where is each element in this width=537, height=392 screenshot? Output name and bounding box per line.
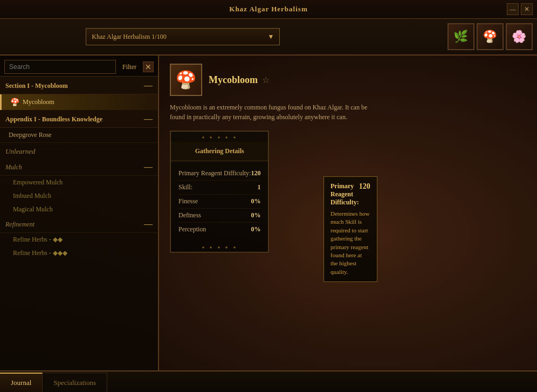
detail-label-3: Deftness [178,211,201,219]
detail-row-2: Finesse 0% [178,195,260,209]
mulch-collapse: — [144,162,153,172]
detail-row-0: Primary Reagent Difficulty: 120 [178,167,260,181]
imbued-mulch-label: Imbued Mulch [13,192,51,200]
gathering-details-box: ⬥ ⬥ ⬥ ⬥ ⬥ Gathering Details Primary Reag… [170,130,269,253]
detail-value-0: 120 [251,169,260,177]
unlearned-section: Unlearned [0,142,158,159]
sidebar-item-mycobloom[interactable]: 🍄 Mycobloom [0,94,158,110]
search-input[interactable] [4,60,116,74]
skill-bar: Khaz Algar Herbalism 1/100 ▼ 🌿 🍄 🌸 [0,19,537,56]
window-title: Khaz Algar Herbalism [229,5,307,13]
skill-dropdown[interactable]: Khaz Algar Herbalism 1/100 ▼ [86,28,280,45]
close-button[interactable]: ✕ [521,3,533,15]
sidebar-item-refine-herbs-2[interactable]: Refine Herbs - ◆◆◆ [0,246,158,260]
skill-icon-1[interactable]: 🌿 [448,23,474,50]
detail-value-1: 1 [257,183,260,191]
detail-value-3: 0% [251,211,260,219]
item-description: Mycobloom is an extremely common fungus … [170,102,375,122]
empowered-mulch-label: Empowered Mulch [13,178,63,186]
details-box-wrapper: ⬥ ⬥ ⬥ ⬥ ⬥ Gathering Details Primary Reag… [170,130,269,253]
sidebar: Filter ✕ Section I - Mycobloom — 🍄 Mycob… [0,56,159,370]
item-name-row: Mycobloom ☆ [209,74,270,86]
sidebar-item-empowered-mulch[interactable]: Empowered Mulch [0,176,158,189]
section-appendix-header[interactable]: Appendix I - Boundless Knowledge — [0,110,158,128]
item-name: Mycobloom [209,74,258,86]
section-mycobloom-label: Section I - Mycobloom [5,82,68,90]
minimize-button[interactable]: — [507,3,519,15]
mulch-label: Mulch [5,163,22,171]
sidebar-scroll[interactable]: Section I - Mycobloom — 🍄 Mycobloom Appe… [0,77,158,370]
refine-herbs-1-label: Refine Herbs - ◆◆ [13,236,63,243]
bottom-bar: Journal Specializations [0,370,537,392]
tooltip-description: Determines how much Skill is required to… [331,210,370,276]
item-header: 🍄 Mycobloom ☆ [170,64,526,96]
mulch-section-header[interactable]: Mulch — [0,159,158,176]
gathering-details-header: Gathering Details [171,142,268,161]
unlearned-label: Unlearned [5,147,36,155]
mycobloom-icon: 🍄 [10,98,19,107]
favorite-star-icon[interactable]: ☆ [262,75,270,85]
refinement-collapse: — [144,219,153,229]
deepgrove-label: Deepgrove Rose [9,131,52,139]
section-mycobloom-header[interactable]: Section I - Mycobloom — [0,77,158,94]
detail-row-1: Skill: 1 [178,181,260,195]
tab-journal-label: Journal [11,379,31,387]
section-appendix-label: Appendix I - Boundless Knowledge [5,115,102,123]
tooltip: Primary Reagent Difficulty: 120 Determin… [323,176,377,282]
detail-row-4: Perception 0% [178,223,260,236]
refinement-section-header[interactable]: Refinement — [0,216,158,233]
skill-icon-3[interactable]: 🌸 [506,23,533,50]
skill-icons: 🌿 🍄 🌸 [448,23,533,50]
detail-row-3: Deftness 0% [178,209,260,223]
tab-journal[interactable]: Journal [0,373,43,392]
deco-bot: ⬥ ⬥ ⬥ ⬥ ⬥ [171,242,268,252]
close-sidebar-button[interactable]: ✕ [143,61,154,72]
detail-value-4: 0% [251,225,260,233]
magical-mulch-label: Magical Mulch [13,205,53,213]
chevron-down-icon: ▼ [267,33,274,41]
tab-specializations-label: Specializations [53,379,96,387]
filter-button[interactable]: Filter [119,63,140,71]
tooltip-value: 120 [359,182,370,207]
tooltip-title-text: Primary Reagent Difficulty: [331,182,359,207]
detail-label-0: Primary Reagent Difficulty: [178,169,251,177]
section-mycobloom-collapse: — [144,81,153,91]
search-bar: Filter ✕ [0,56,158,77]
detail-label-4: Perception [178,225,206,233]
detail-label-2: Finesse [178,197,198,205]
main-layout: Filter ✕ Section I - Mycobloom — 🍄 Mycob… [0,56,537,370]
refinement-label: Refinement [5,221,35,229]
detail-label-1: Skill: [178,183,192,191]
skill-icon-2[interactable]: 🍄 [477,23,504,50]
deco-top: ⬥ ⬥ ⬥ ⬥ ⬥ [171,132,268,142]
sidebar-item-refine-herbs-1[interactable]: Refine Herbs - ◆◆ [0,233,158,246]
item-image: 🍄 [170,64,202,96]
detail-value-2: 0% [251,197,260,205]
window-controls: — ✕ [507,3,533,15]
tooltip-title-row: Primary Reagent Difficulty: 120 [331,182,370,207]
title-bar: Khaz Algar Herbalism — ✕ [0,0,537,19]
gathering-details-content: Primary Reagent Difficulty: 120 Skill: 1… [171,161,268,242]
content-area: 🍄 Mycobloom ☆ Mycobloom is an extremely … [159,56,537,370]
sidebar-item-imbued-mulch[interactable]: Imbued Mulch [0,189,158,203]
section-appendix-collapse: — [144,114,153,124]
skill-dropdown-label: Khaz Algar Herbalism 1/100 [92,33,166,41]
refine-herbs-2-label: Refine Herbs - ◆◆◆ [13,249,67,257]
sidebar-item-deepgrove[interactable]: Deepgrove Rose [0,128,158,142]
item-name-section: Mycobloom ☆ [209,74,270,86]
sidebar-item-magical-mulch[interactable]: Magical Mulch [0,203,158,216]
mycobloom-label: Mycobloom [23,98,54,106]
tab-specializations[interactable]: Specializations [43,373,107,392]
